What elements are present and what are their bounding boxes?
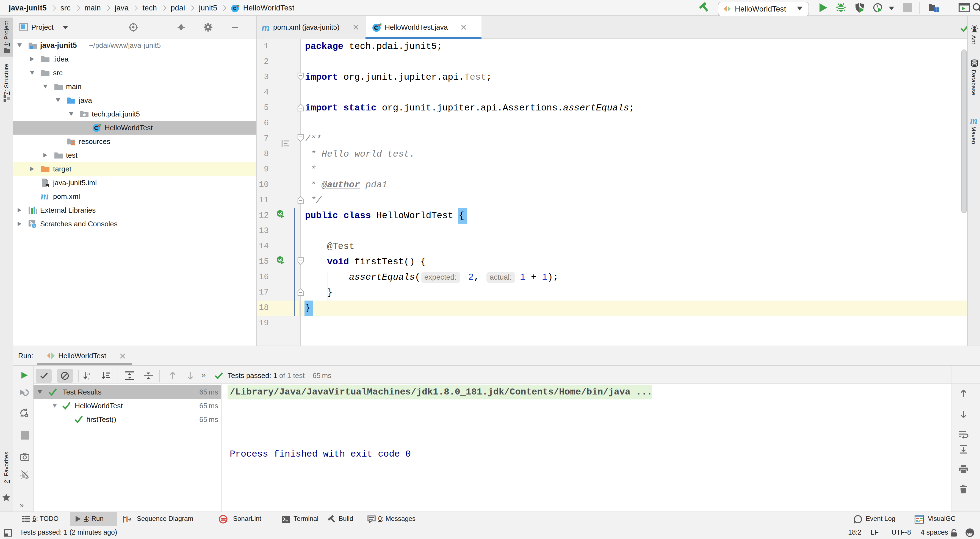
svg-text:z: z [88,376,89,381]
svg-text:a: a [88,371,90,376]
